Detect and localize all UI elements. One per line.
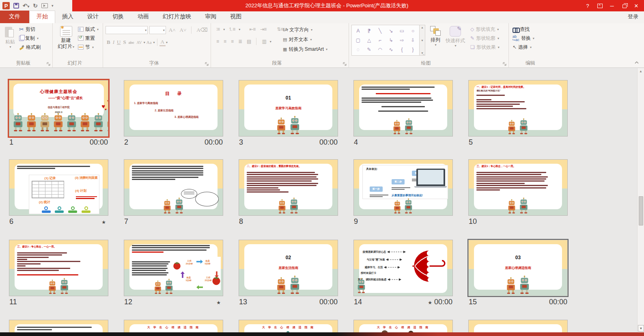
shape-glyph-icon-3[interactable]: ↘ <box>386 26 396 35</box>
scroll-down-icon[interactable]: ▼ <box>638 325 644 332</box>
shapes-gallery-scroll[interactable]: ▲▼▼̲ <box>420 25 425 56</box>
tab-5[interactable]: 动画 <box>131 11 156 23</box>
collapse-ribbon-icon[interactable] <box>634 59 639 66</box>
align-left-icon[interactable]: ≡ <box>215 39 220 44</box>
clipboard-dialog-launcher-icon[interactable] <box>47 62 51 66</box>
minimize-icon[interactable]: ─ <box>606 0 618 11</box>
font-dialog-launcher-icon[interactable] <box>205 62 209 66</box>
tab-7[interactable]: 审阅 <box>198 11 223 23</box>
slide-thumbnail-2[interactable]: 目 录1. 居家学习高效指南2. 居家生活指南3. 居家心理调适指南 <box>124 80 223 137</box>
scrollbar-thumb[interactable] <box>639 196 643 225</box>
shape-fill-button[interactable]: ◇形状填充▾ <box>469 25 501 34</box>
tab-8[interactable]: 视图 <box>223 11 248 23</box>
new-slide-button[interactable]: 新建 幻灯片▾ <box>55 25 77 52</box>
slide-thumbnail-3[interactable]: 01居家学习高效指南 <box>239 80 338 137</box>
redo-icon[interactable]: ↻ <box>33 2 38 9</box>
align-text-button[interactable]: ▤对齐文本▾ <box>282 35 329 44</box>
slide-thumbnail-14[interactable]: 疫情居家调节好心态与父母“慧”沟通规律学习、生活按时体温打卡复试、调剂和就业别焦… <box>353 240 453 296</box>
powerpoint-logo-icon[interactable]: P <box>2 2 10 9</box>
slide-thumbnail-6[interactable]: (1) 记录(3) 消费时间因素(2) 统计(4) 计划 <box>9 159 108 216</box>
section-button[interactable]: 节▾ <box>77 43 100 52</box>
shape-glyph-icon-1[interactable]: ⁋ <box>364 26 375 35</box>
bold-icon[interactable]: B <box>106 39 112 46</box>
shape-glyph-icon-11[interactable]: ⇩ <box>407 35 418 45</box>
underline-icon[interactable]: U <box>116 39 122 46</box>
shape-glyph-icon-13[interactable]: ✎ <box>364 45 375 54</box>
increase-indent-icon[interactable]: ⇥≡ <box>258 26 268 32</box>
slide-sorter[interactable]: 心理健康主题班会——“疫”心理“云”成长信息与通信工程学院2022.3♥♥♥♥1… <box>0 68 637 332</box>
customize-qat-icon[interactable]: ▾ <box>52 4 54 8</box>
save-icon[interactable] <box>13 3 19 9</box>
slide-thumbnail-17[interactable]: 大 学 生 心 理 调 适 指 南 <box>124 320 223 332</box>
slide-thumbnail-20[interactable] <box>468 320 568 332</box>
layout-button[interactable]: 版式▾ <box>77 25 100 34</box>
shapes-scroll-down-icon[interactable]: ▼ <box>421 39 424 42</box>
close-icon[interactable]: ✕ <box>630 0 642 11</box>
slide-thumbnail-8[interactable]: 二、建议2：提前做好规划，重要的事情优先做。 <box>239 159 338 216</box>
shape-glyph-icon-10[interactable]: ⇨ <box>396 35 407 45</box>
slide-thumbnail-7[interactable] <box>124 159 223 216</box>
distribute-icon[interactable]: ▤ <box>245 39 252 44</box>
restore-icon[interactable] <box>618 0 630 11</box>
arrange-button[interactable]: 排列▾ <box>428 25 443 48</box>
shapes-gallery[interactable]: A⁋╲↘▭○▢△⌐↳⇨⇩◌✎◠∿{} <box>351 25 420 56</box>
slide-thumbnail-13[interactable]: 02居家生活指南 <box>239 240 338 296</box>
character-spacing-icon[interactable]: AV <box>136 40 143 45</box>
shape-glyph-icon-7[interactable]: △ <box>364 35 375 45</box>
shape-glyph-icon-15[interactable]: ∿ <box>386 45 396 54</box>
slide-thumbnail-19[interactable]: 大 学 生 心 理 调 适 指 南 <box>353 320 453 332</box>
format-painter-button[interactable]: 格式刷 <box>18 43 42 52</box>
slide-thumbnail-4[interactable] <box>353 80 453 137</box>
font-color-icon[interactable]: A <box>159 39 166 46</box>
slide-thumbnail-10[interactable]: 三、建议3：专心致志，一心一用。 <box>468 159 568 216</box>
cut-button[interactable]: ✂剪切 <box>18 25 42 34</box>
align-center-icon[interactable]: ≡ <box>222 39 228 44</box>
slide-thumbnail-9[interactable]: 具体做法:第一步第二步第三步从最重要的事情开始做起! <box>353 159 453 216</box>
drawing-dialog-launcher-icon[interactable] <box>503 62 507 66</box>
slide-thumbnail-1[interactable]: 心理健康主题班会——“疫”心理“云”成长信息与通信工程学院2022.3♥♥♥♥ <box>9 80 108 137</box>
start-slideshow-icon[interactable] <box>41 3 48 8</box>
ribbon-display-options-icon[interactable] <box>594 0 606 11</box>
strikethrough-icon[interactable]: abc <box>127 40 136 45</box>
slide-thumbnail-15[interactable]: 03居家心理调适指南 <box>468 240 568 296</box>
replace-button[interactable]: ab⮡ac替换▾ <box>511 34 556 43</box>
slide-thumbnail-12[interactable]: 工作25分钟休息5分钟工作25分钟休息5分钟 <box>124 240 223 296</box>
shape-glyph-icon-17[interactable]: } <box>407 45 418 54</box>
font-size-combobox[interactable]: ▾ <box>149 26 166 34</box>
undo-icon[interactable]: ↶▾ <box>23 2 29 9</box>
decrease-indent-icon[interactable]: ⇤≡ <box>248 26 257 32</box>
font-name-combobox[interactable]: ▾ <box>106 26 148 34</box>
clear-formatting-icon[interactable]: A⌫ <box>195 27 209 33</box>
tab-2[interactable]: 插入 <box>55 11 80 23</box>
change-case-icon[interactable]: Aa <box>145 40 153 45</box>
tab-file[interactable]: 文件 <box>0 11 29 23</box>
shape-glyph-icon-0[interactable]: A <box>353 26 364 35</box>
shapes-scroll-up-icon[interactable]: ▲ <box>421 26 424 29</box>
tab-1[interactable]: 开始 <box>29 11 55 23</box>
columns-icon[interactable]: ▥ <box>260 39 267 44</box>
shrink-font-icon[interactable]: A˅ <box>179 27 188 33</box>
shape-glyph-icon-2[interactable]: ╲ <box>375 26 386 35</box>
vertical-scrollbar[interactable]: ▲ ▼ <box>637 68 644 332</box>
shape-glyph-icon-14[interactable]: ◠ <box>375 45 386 54</box>
shape-glyph-icon-5[interactable]: ○ <box>407 26 418 35</box>
slide-thumbnail-5[interactable]: 一、建议1：记录时间，提高对时间的觉察。柳比歇夫的“时间统计法” <box>468 80 568 137</box>
bullets-icon[interactable]: ∶≡ <box>215 26 221 32</box>
slide-thumbnail-11[interactable]: 三、建议3：专心致志，一心一用。 <box>9 240 108 296</box>
tab-4[interactable]: 切换 <box>106 11 131 23</box>
reset-button[interactable]: 重置 <box>77 34 100 43</box>
slide-thumbnail-16[interactable] <box>9 320 108 332</box>
tab-6[interactable]: 幻灯片放映 <box>156 11 198 23</box>
sign-in-link[interactable]: 登录 <box>628 13 644 23</box>
shape-outline-button[interactable]: ✎形状轮廓▾ <box>469 34 501 43</box>
copy-button[interactable]: 复制▾ <box>18 34 42 43</box>
text-direction-button[interactable]: ‖A文字方向▾ <box>282 25 329 35</box>
shape-glyph-icon-16[interactable]: { <box>396 45 407 54</box>
scroll-up-icon[interactable]: ▲ <box>638 69 644 73</box>
shape-glyph-icon-12[interactable]: ◌ <box>353 45 364 54</box>
quick-styles-button[interactable]: 快速样式▾ <box>443 25 467 49</box>
select-button[interactable]: ↖选择▾ <box>511 43 556 52</box>
shape-effects-button[interactable]: ❏形状效果▾ <box>469 43 501 52</box>
shape-glyph-icon-8[interactable]: ⌐ <box>375 35 386 45</box>
paste-button[interactable]: 粘贴▾ <box>2 25 18 52</box>
